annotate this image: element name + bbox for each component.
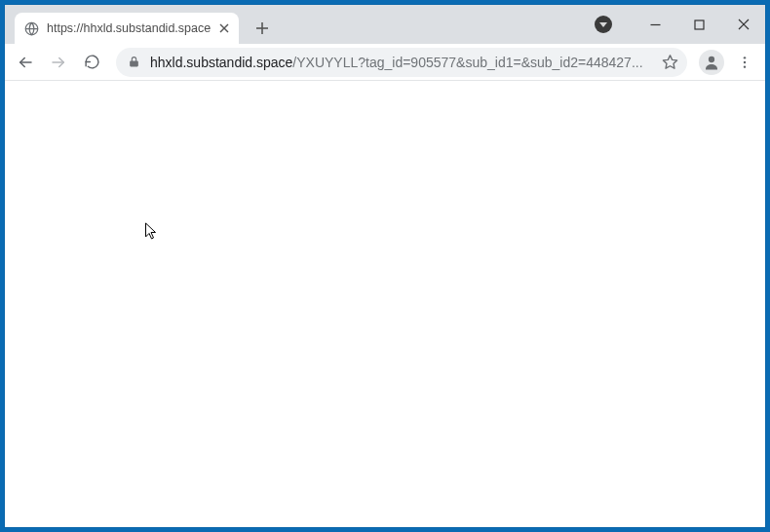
media-control-icon[interactable] — [595, 16, 612, 33]
profile-avatar-button[interactable] — [699, 50, 724, 75]
titlebar-controls — [595, 5, 765, 44]
url-text: hhxld.substandid.space/YXUYYLL?tag_id=90… — [150, 55, 650, 70]
window-maximize-button[interactable] — [677, 10, 721, 39]
window-minimize-button[interactable] — [634, 10, 677, 39]
bookmark-star-icon[interactable] — [658, 51, 681, 74]
tab-close-button[interactable] — [216, 20, 231, 36]
tab-title: https://hhxld.substandid.space/Y — [47, 21, 211, 35]
address-bar[interactable]: hhxld.substandid.space/YXUYYLL?tag_id=90… — [116, 48, 687, 77]
url-host: hhxld.substandid.space — [150, 55, 292, 70]
window-close-button[interactable] — [721, 10, 765, 39]
svg-point-15 — [744, 65, 746, 67]
svg-point-12 — [709, 56, 714, 61]
chrome-menu-button[interactable] — [730, 48, 759, 77]
new-tab-button[interactable] — [249, 15, 276, 42]
browser-window: https://hhxld.substandid.space/Y — [5, 5, 765, 527]
svg-rect-6 — [695, 20, 704, 29]
page-content — [5, 81, 765, 527]
back-button[interactable] — [11, 48, 40, 77]
svg-point-13 — [744, 57, 746, 58]
url-path: /YXUYYLL?tag_id=905577&sub_id1=&sub_id2=… — [292, 55, 642, 70]
mouse-cursor-icon — [144, 222, 159, 246]
forward-button[interactable] — [44, 48, 73, 77]
svg-marker-11 — [663, 56, 676, 68]
nav-toolbar: hhxld.substandid.space/YXUYYLL?tag_id=90… — [5, 44, 765, 81]
tab-strip: https://hhxld.substandid.space/Y — [5, 5, 765, 44]
reload-button[interactable] — [77, 48, 106, 77]
svg-point-14 — [744, 60, 746, 62]
globe-icon — [24, 20, 39, 36]
lock-icon — [128, 56, 140, 68]
tab-active[interactable]: https://hhxld.substandid.space/Y — [15, 13, 239, 44]
